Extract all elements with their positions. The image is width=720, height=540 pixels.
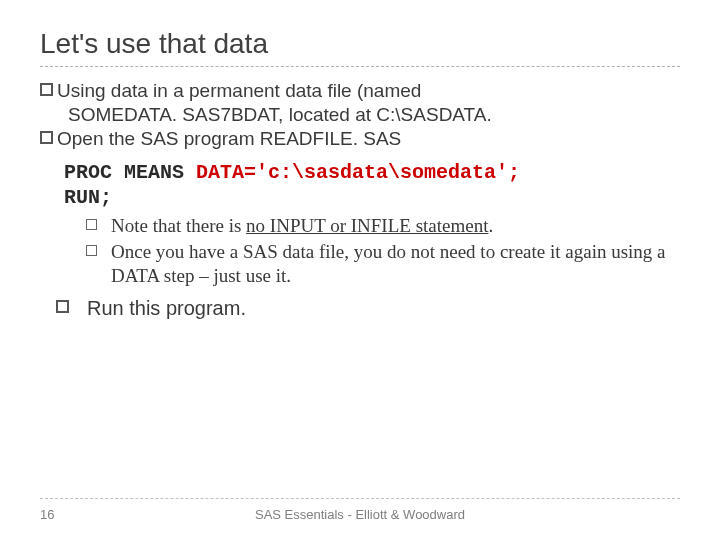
square-bullet-icon: [40, 131, 53, 144]
code-block: PROC MEANS DATA='c:\sasdata\somedata'; R…: [64, 160, 680, 210]
bullet-1-text: Using data in a permanent data file (nam…: [57, 79, 680, 103]
code-line-1: PROC MEANS DATA='c:\sasdata\somedata';: [64, 160, 680, 185]
sub-bullet-list: Note that there is no INPUT or INFILE st…: [86, 214, 680, 287]
sub-bullet-2-text: Once you have a SAS data file, you do no…: [111, 240, 680, 288]
code-line-2: RUN;: [64, 185, 680, 210]
sub-bullet-2: Once you have a SAS data file, you do no…: [86, 240, 680, 288]
square-bullet-icon: [86, 245, 97, 256]
bullet-2: Open the SAS program READFILE. SAS: [40, 127, 680, 151]
sub-bullet-1: Note that there is no INPUT or INFILE st…: [86, 214, 680, 238]
bullet-1: Using data in a permanent data file (nam…: [40, 79, 680, 103]
slide-title: Let's use that data: [40, 28, 680, 60]
square-bullet-icon: [40, 83, 53, 96]
slide-footer: 16 SAS Essentials - Elliott & Woodward: [40, 498, 680, 522]
bullet-2-rest: the SAS program READFILE. SAS: [103, 128, 401, 149]
sub1-underline: no INPUT or INFILE statement: [246, 215, 488, 236]
bullet-2-text: Open the SAS program READFILE. SAS: [57, 127, 680, 151]
title-separator: [40, 66, 680, 67]
run-bullet: Run this program.: [56, 296, 680, 321]
code-highlight: DATA='c:\sasdata\somedata';: [196, 161, 520, 184]
footer-credit: SAS Essentials - Elliott & Woodward: [40, 507, 680, 522]
bullet-1-prefix: Using: [57, 80, 106, 101]
bullet-2-prefix: Open: [57, 128, 103, 149]
bullet-1-rest: data in a permanent data file (named: [106, 80, 422, 101]
footer-separator: [40, 498, 680, 499]
sub1-part-b: .: [488, 215, 493, 236]
run-text: Run this program.: [87, 296, 246, 321]
code-plain: PROC MEANS: [64, 161, 196, 184]
sub-bullet-1-text: Note that there is no INPUT or INFILE st…: [111, 214, 680, 238]
bullet-1-line2: SOMEDATA. SAS7BDAT, located at C:\SASDAT…: [40, 103, 680, 127]
square-bullet-icon: [56, 300, 69, 313]
sub1-part-a: Note that there is: [111, 215, 246, 236]
body-content: Using data in a permanent data file (nam…: [40, 79, 680, 321]
square-bullet-icon: [86, 219, 97, 230]
